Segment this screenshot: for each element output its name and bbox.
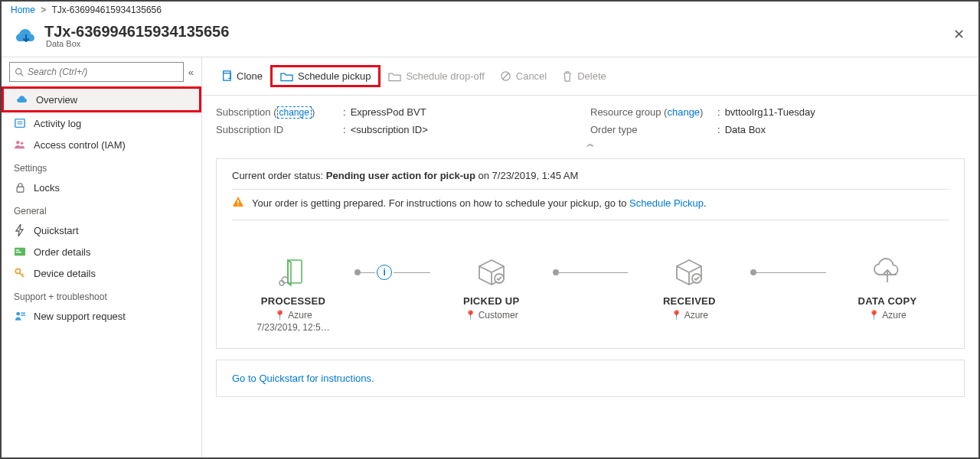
svg-point-0 [16, 68, 21, 73]
schedule-pickup-button[interactable]: Schedule pickup [270, 65, 381, 87]
svg-rect-7 [17, 187, 24, 192]
people-icon [14, 138, 26, 151]
sidebar-item-label: Quickstart [34, 225, 79, 236]
datacopy-icon [871, 256, 904, 289]
step-label-processed: PROCESSED 📍Azure 7/23/2019, 12:5… [232, 295, 354, 333]
button-label: Cancel [516, 70, 547, 82]
button-label: Delete [577, 70, 606, 82]
svg-line-1 [21, 73, 23, 76]
command-bar: Clone Schedule pickup Schedule drop-off … [202, 57, 978, 96]
resource-group-value[interactable]: bvttoolrg11-Tuesday [725, 106, 815, 118]
schedule-dropoff-button[interactable]: Schedule drop-off [381, 67, 492, 85]
cloud-icon [16, 93, 28, 106]
sidebar: « Overview Activity log Access control (… [2, 57, 202, 458]
lock-icon [14, 181, 26, 194]
clone-button[interactable]: Clone [213, 67, 270, 85]
svg-line-17 [503, 73, 509, 80]
breadcrumb-current: TJx-636994615934135656 [52, 5, 162, 15]
sidebar-item-quickstart[interactable]: Quickstart [2, 220, 201, 241]
step-connector-2 [553, 272, 629, 273]
processed-icon [279, 256, 308, 289]
page-title: TJx-636994615934135656 [44, 23, 229, 41]
sidebar-item-label: Activity log [34, 118, 81, 129]
main-content: Clone Schedule pickup Schedule drop-off … [202, 57, 978, 458]
sidebar-section-general: General [2, 198, 201, 220]
sidebar-item-label: New support request [34, 311, 126, 322]
cancel-button[interactable]: Cancel [492, 67, 554, 85]
chevron-right-icon: > [41, 5, 46, 15]
sidebar-section-support: Support + troubleshoot [2, 284, 201, 305]
key-icon [14, 267, 26, 279]
svg-point-6 [21, 142, 24, 145]
sidebar-item-access-control[interactable]: Access control (IAM) [2, 134, 201, 155]
sidebar-item-new-support[interactable]: New support request [2, 305, 201, 327]
step-label-received: RECEIVED 📍Azure [628, 295, 750, 333]
collapse-sidebar-icon[interactable]: « [188, 67, 194, 78]
button-label: Schedule pickup [298, 70, 371, 82]
subscription-id-value: <subscription ID> [351, 124, 428, 135]
svg-point-14 [16, 312, 20, 316]
search-input[interactable] [9, 62, 184, 82]
order-type-value: Data Box [725, 124, 766, 135]
subscription-label: Subscription (change) [216, 106, 338, 118]
schedule-pickup-link[interactable]: Schedule Pickup [629, 197, 704, 209]
sidebar-section-settings: Settings [2, 155, 201, 177]
sidebar-item-activity-log[interactable]: Activity log [2, 112, 201, 134]
sidebar-item-overview[interactable]: Overview [2, 86, 201, 112]
pin-icon: 📍 [274, 310, 286, 321]
folder-disabled-icon [388, 71, 401, 82]
subscription-change-link[interactable]: change [277, 106, 312, 119]
order-status-card: Current order status: Pending user actio… [216, 158, 965, 349]
svg-point-11 [15, 269, 20, 273]
sidebar-item-device-details[interactable]: Device details [2, 262, 201, 284]
svg-rect-2 [15, 119, 24, 128]
resource-group-label: Resource group (change) [590, 106, 713, 118]
subscription-value[interactable]: ExpressPod BVT [351, 106, 426, 118]
sidebar-item-locks[interactable]: Locks [2, 177, 201, 198]
svg-line-13 [22, 274, 24, 275]
lightning-icon [14, 224, 26, 236]
quickstart-link[interactable]: Go to Quickstart for instructions. [232, 373, 374, 384]
svg-rect-9 [16, 249, 19, 250]
svg-rect-19 [237, 204, 239, 206]
sidebar-item-label: Order details [34, 246, 90, 258]
svg-rect-10 [16, 252, 21, 252]
clone-icon [220, 70, 232, 82]
resource-group-change-link[interactable]: change [667, 106, 700, 118]
alert-text: Your order is getting prepared. For inst… [252, 197, 629, 209]
breadcrumb-home[interactable]: Home [11, 5, 35, 15]
collapse-essentials-icon[interactable]: ︽ [216, 138, 965, 151]
svg-rect-20 [288, 260, 302, 283]
subscription-id-label: Subscription ID [216, 124, 338, 135]
cancel-icon [500, 70, 511, 82]
search-field[interactable] [24, 67, 178, 77]
pickedup-icon [475, 256, 508, 289]
delete-icon [562, 70, 573, 82]
delete-button[interactable]: Delete [554, 67, 614, 85]
resource-header: TJx-636994615934135656 Data Box ✕ [2, 18, 978, 57]
warning-icon [232, 196, 244, 210]
quickstart-card: Go to Quickstart for instructions. [216, 360, 965, 397]
sidebar-item-label: Access control (IAM) [34, 139, 126, 151]
sidebar-item-label: Overview [36, 94, 77, 106]
order-details-icon [14, 246, 26, 258]
databox-cloud-icon [12, 23, 40, 50]
support-icon [14, 310, 26, 322]
info-icon[interactable]: i [377, 265, 392, 280]
sidebar-item-order-details[interactable]: Order details [2, 241, 201, 262]
pin-icon: 📍 [671, 310, 682, 321]
pin-icon: 📍 [465, 310, 476, 321]
sidebar-item-label: Device details [34, 268, 96, 279]
step-connector-3 [750, 272, 826, 273]
button-label: Clone [237, 70, 263, 82]
step-connector-1: i [354, 272, 430, 273]
svg-rect-18 [237, 200, 239, 203]
order-status-text: Current order status: Pending user actio… [232, 170, 949, 190]
button-label: Schedule drop-off [406, 70, 484, 82]
close-icon[interactable]: ✕ [950, 23, 968, 46]
order-type-label: Order type [590, 124, 713, 135]
pin-icon: 📍 [868, 310, 880, 321]
svg-rect-15 [224, 73, 230, 80]
svg-point-21 [282, 277, 288, 283]
step-label-datacopy: DATA COPY 📍Azure [826, 295, 949, 333]
